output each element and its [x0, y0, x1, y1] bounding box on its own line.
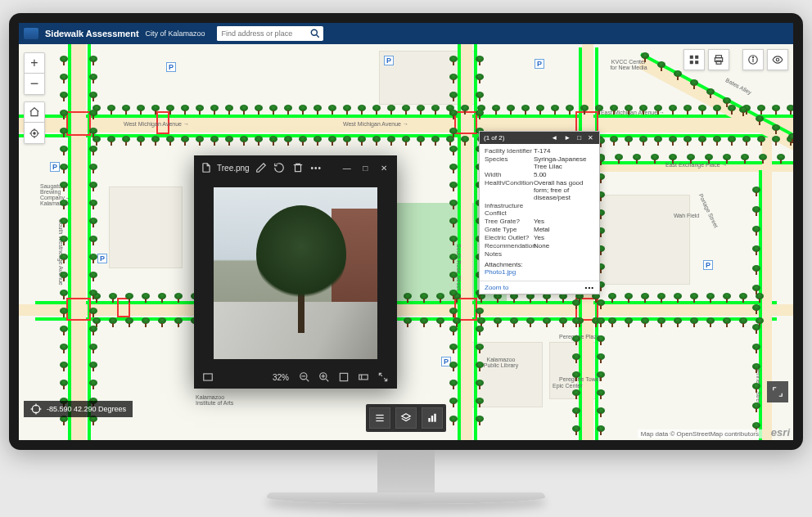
- tree-icon[interactable]: [372, 136, 381, 146]
- tree-icon[interactable]: [89, 218, 97, 227]
- print-button[interactable]: [708, 49, 729, 70]
- tree-icon[interactable]: [476, 308, 484, 317]
- tree-icon[interactable]: [543, 317, 551, 327]
- zoom-in-button[interactable]: [317, 370, 332, 384]
- tree-icon[interactable]: [60, 254, 68, 263]
- tree-icon[interactable]: [772, 124, 780, 134]
- tree-icon[interactable]: [572, 317, 580, 327]
- info-button[interactable]: [742, 49, 764, 70]
- tree-icon[interactable]: [492, 105, 500, 115]
- layers-button[interactable]: [395, 407, 417, 429]
- tree-icon[interactable]: [125, 293, 133, 303]
- popup-dock-button[interactable]: □: [575, 134, 583, 142]
- tree-icon[interactable]: [60, 236, 68, 245]
- assessment-marker[interactable]: [66, 298, 91, 321]
- tree-icon[interactable]: [597, 389, 605, 399]
- tree-icon[interactable]: [705, 154, 713, 164]
- tree-icon[interactable]: [89, 56, 97, 65]
- zoom-to-link[interactable]: Zoom to: [485, 284, 508, 291]
- tree-icon[interactable]: [595, 105, 603, 115]
- search-button[interactable]: [307, 26, 323, 41]
- attachment-link[interactable]: Photo1.jpg: [485, 268, 594, 276]
- tree-icon[interactable]: [89, 326, 97, 335]
- tree-icon[interactable]: [60, 272, 68, 281]
- tree-icon[interactable]: [536, 105, 544, 115]
- tree-icon[interactable]: [225, 105, 233, 115]
- chart-widget-button[interactable]: [422, 407, 443, 429]
- tree-icon[interactable]: [597, 371, 605, 381]
- tree-icon[interactable]: [89, 290, 97, 299]
- tree-icon[interactable]: [752, 344, 760, 353]
- tree-icon[interactable]: [641, 317, 649, 327]
- tree-icon[interactable]: [225, 136, 233, 146]
- zoom-out-button[interactable]: −: [24, 74, 45, 95]
- tree-icon[interactable]: [125, 317, 133, 327]
- close-button[interactable]: ✕: [377, 160, 390, 175]
- tree-icon[interactable]: [723, 317, 731, 327]
- legend-button[interactable]: [369, 407, 390, 429]
- tree-icon[interactable]: [639, 105, 647, 115]
- tree-icon[interactable]: [449, 344, 458, 353]
- tree-icon[interactable]: [142, 293, 150, 303]
- tree-icon[interactable]: [255, 105, 263, 115]
- tree-icon[interactable]: [723, 97, 731, 107]
- zoom-out-button[interactable]: [297, 370, 312, 384]
- minimize-button[interactable]: —: [341, 160, 354, 175]
- more-button[interactable]: •••: [309, 160, 323, 175]
- tree-icon[interactable]: [449, 182, 458, 191]
- tree-icon[interactable]: [387, 136, 395, 146]
- tree-icon[interactable]: [60, 326, 68, 335]
- fit-button[interactable]: [336, 370, 351, 384]
- tree-icon[interactable]: [60, 110, 68, 119]
- tree-icon[interactable]: [476, 326, 484, 335]
- tree-icon[interactable]: [757, 136, 765, 146]
- tree-icon[interactable]: [706, 293, 715, 303]
- tree-icon[interactable]: [60, 218, 68, 227]
- image-viewer[interactable]: Tree.png ••• — □ ✕: [194, 155, 397, 389]
- tree-icon[interactable]: [757, 105, 765, 115]
- tree-icon[interactable]: [476, 56, 484, 65]
- tree-icon[interactable]: [210, 136, 219, 146]
- tree-icon[interactable]: [284, 105, 292, 115]
- assessment-marker[interactable]: [66, 111, 91, 136]
- tree-icon[interactable]: [60, 200, 68, 209]
- tree-icon[interactable]: [476, 344, 484, 353]
- tree-icon[interactable]: [572, 425, 580, 435]
- tree-icon[interactable]: [698, 136, 706, 146]
- tree-icon[interactable]: [137, 136, 145, 146]
- tree-icon[interactable]: [60, 164, 68, 173]
- tree-icon[interactable]: [674, 70, 682, 80]
- tree-icon[interactable]: [476, 110, 484, 119]
- tree-icon[interactable]: [436, 293, 444, 303]
- maximize-button[interactable]: □: [359, 160, 372, 175]
- tree-icon[interactable]: [449, 110, 458, 119]
- tree-icon[interactable]: [526, 317, 535, 327]
- tree-icon[interactable]: [449, 290, 458, 299]
- tree-icon[interactable]: [449, 380, 458, 389]
- tree-icon[interactable]: [431, 136, 440, 146]
- tree-icon[interactable]: [687, 154, 695, 164]
- tree-icon[interactable]: [372, 105, 381, 115]
- assessment-marker[interactable]: [454, 111, 477, 134]
- tree-icon[interactable]: [60, 380, 68, 389]
- actual-size-button[interactable]: [356, 370, 371, 384]
- tree-icon[interactable]: [572, 299, 580, 309]
- tree-icon[interactable]: [597, 317, 605, 327]
- tree-icon[interactable]: [174, 317, 183, 327]
- tree-icon[interactable]: [60, 344, 68, 353]
- tree-icon[interactable]: [343, 105, 351, 115]
- tree-icon[interactable]: [431, 105, 440, 115]
- tree-icon[interactable]: [772, 136, 780, 146]
- tree-icon[interactable]: [597, 335, 605, 345]
- tree-icon[interactable]: [639, 136, 647, 146]
- tree-icon[interactable]: [494, 317, 502, 327]
- visibility-button[interactable]: [767, 49, 788, 70]
- tree-icon[interactable]: [608, 317, 616, 327]
- tree-icon[interactable]: [739, 317, 747, 327]
- tree-icon[interactable]: [151, 105, 160, 115]
- tree-icon[interactable]: [449, 308, 458, 317]
- tree-icon[interactable]: [706, 88, 715, 98]
- tree-icon[interactable]: [752, 285, 760, 294]
- tree-icon[interactable]: [328, 105, 336, 115]
- edit-button[interactable]: [255, 160, 268, 175]
